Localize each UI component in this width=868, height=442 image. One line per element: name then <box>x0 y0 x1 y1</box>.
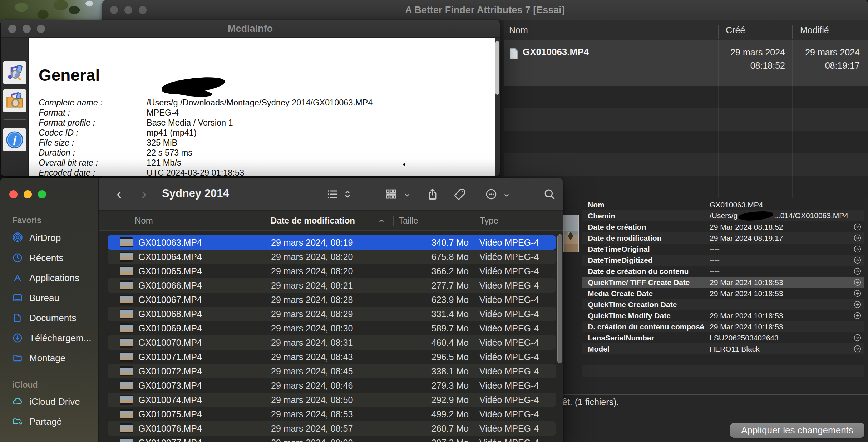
arrow-circle-icon[interactable] <box>853 245 862 253</box>
attribute-row[interactable]: Nom GX010063.MP4 <box>582 199 864 210</box>
col-taille[interactable]: Taille <box>399 216 418 226</box>
scrollbar-thumb[interactable] <box>495 41 499 95</box>
abfa-col-nom[interactable]: Nom <box>509 25 528 35</box>
attribute-row[interactable]: DateTimeDigitized ---- <box>582 255 864 266</box>
open-folder-button[interactable] <box>3 89 26 112</box>
file-row[interactable]: GX010066.MP4 29 mars 2024, 08:21 277.7 M… <box>108 278 556 293</box>
abfa-titlebar[interactable]: A Better Finder Attributes 7 [Essai] <box>102 0 868 20</box>
minimize-button[interactable] <box>24 190 32 198</box>
sidebar-item-partag-[interactable]: Partagé <box>7 412 93 431</box>
group-by-icon[interactable] <box>385 188 398 201</box>
zoom-button[interactable] <box>38 190 46 198</box>
arrow-circle-icon[interactable] <box>853 278 862 286</box>
file-row[interactable]: GX010071.MP4 29 mars 2024, 08:43 296.5 M… <box>108 350 556 364</box>
file-row[interactable]: GX010070.MP4 29 mars 2024, 08:31 460.4 M… <box>108 335 556 350</box>
attribute-row[interactable]: Media Create Date 29 Mar 2024 10:18:53 <box>582 288 864 299</box>
sidebar-item-montage[interactable]: Montage <box>7 349 93 367</box>
sidebar-item-bureau[interactable]: Bureau <box>7 289 93 307</box>
close-button[interactable] <box>9 190 18 198</box>
arrow-circle-icon[interactable] <box>853 289 862 298</box>
file-row[interactable]: GX010068.MP4 29 mars 2024, 08:29 331.4 M… <box>108 307 556 321</box>
abfa-col-cree[interactable]: Créé <box>726 25 745 35</box>
info-button[interactable]: i <box>3 128 26 151</box>
zoom-button[interactable] <box>139 6 147 14</box>
col-type[interactable]: Type <box>480 216 498 226</box>
file-row[interactable]: GX010063.MP4 29 mars 2024, 08:19 340.7 M… <box>108 235 556 250</box>
arrow-circle-icon[interactable] <box>853 311 862 320</box>
file-row[interactable]: GX010069.MP4 29 mars 2024, 08:30 589.7 M… <box>108 321 556 335</box>
attribute-row[interactable]: QuickTime Creation Date ---- <box>582 299 864 310</box>
forward-button[interactable]: › <box>142 186 147 202</box>
file-row[interactable]: GX010072.MP4 29 mars 2024, 08:45 338.1 M… <box>108 364 556 378</box>
attribute-row[interactable]: Date de création du contenu ---- <box>582 266 864 277</box>
arrow-circle-icon[interactable] <box>853 234 862 242</box>
arrow-circle-icon[interactable] <box>853 223 862 231</box>
minimize-button[interactable] <box>124 6 132 14</box>
back-button[interactable]: ‹ <box>117 186 122 202</box>
file-row[interactable]: GX010065.MP4 29 mars 2024, 08:20 366.2 M… <box>108 264 556 278</box>
file-row[interactable]: GX010077.MP4 29 mars 2024, 09:00 297.3 M… <box>108 436 556 442</box>
file-row[interactable]: GX010073.MP4 29 mars 2024, 08:46 279.3 M… <box>108 378 556 393</box>
sidebar-item-icloud-drive[interactable]: iCloud Drive <box>7 392 93 411</box>
mediainfo-titlebar[interactable]: MediaInfo <box>1 20 500 38</box>
sidebar-item-airdrop[interactable]: AirDrop <box>7 229 93 247</box>
grid-line <box>792 40 793 198</box>
attribute-row[interactable]: LensSerialNumber LSU2062503402643 <box>582 332 864 343</box>
close-button[interactable] <box>8 25 16 33</box>
attribute-row[interactable]: QuickTime Modify Date 29 Mar 2024 10:18:… <box>582 310 864 321</box>
list-view-icon[interactable] <box>326 188 339 201</box>
scrollbar-thumb[interactable] <box>557 234 562 363</box>
file-date: 29 mars 2024, 08:50 <box>271 395 353 405</box>
sidebar-item-r-cents[interactable]: Récents <box>7 249 93 267</box>
more-actions-icon[interactable] <box>485 188 498 201</box>
col-nom[interactable]: Nom <box>135 216 153 226</box>
video-thumbnail <box>120 280 133 290</box>
attribute-value: /Users/g...014/GX010063.MP4 <box>710 211 848 220</box>
column-divider[interactable] <box>263 216 263 226</box>
attribute-row[interactable]: Chemin /Users/g...014/GX010063.MP4 <box>582 210 864 221</box>
attribute-row[interactable]: Date de création 29 Mar 2024 08:18:52 <box>582 221 864 232</box>
minimize-button[interactable] <box>23 25 31 33</box>
open-media-file-button[interactable] <box>3 61 26 84</box>
close-button[interactable] <box>110 6 118 14</box>
arrow-circle-icon[interactable] <box>853 256 862 264</box>
chevron-down-icon[interactable] <box>503 191 510 198</box>
column-divider[interactable] <box>393 216 394 226</box>
abfa-col-modifie[interactable]: Modifié <box>800 25 829 35</box>
arrow-circle-icon[interactable] <box>853 300 862 309</box>
sidebar-item-t-l-chargem-[interactable]: Téléchargem... <box>7 329 93 347</box>
attribute-row[interactable]: Model HERO11 Black <box>582 343 864 354</box>
view-toggle-chevrons-icon[interactable] <box>342 188 355 201</box>
file-row[interactable]: GX010075.MP4 29 mars 2024, 08:53 499.2 M… <box>108 407 556 421</box>
file-row[interactable]: GX010064.MP4 29 mars 2024, 08:20 675.8 M… <box>108 250 556 264</box>
apply-changes-button[interactable]: Appliquer les changements <box>730 423 864 438</box>
mediainfo-field-row: Duration :22 s 573 ms <box>39 148 192 158</box>
file-row[interactable]: GX010067.MP4 29 mars 2024, 08:28 623.9 M… <box>108 293 556 307</box>
sidebar-item-label: Récents <box>29 252 63 264</box>
attribute-value: ---- <box>710 256 720 265</box>
attribute-row[interactable]: QuickTime/ TIFF Create Date 29 Mar 2024 … <box>582 277 864 288</box>
arrow-circle-icon[interactable] <box>853 345 862 353</box>
column-divider[interactable] <box>718 25 719 39</box>
chevron-down-icon[interactable] <box>403 191 410 198</box>
file-row[interactable]: GX010076.MP4 29 mars 2024, 08:57 260.7 M… <box>108 421 556 436</box>
tag-icon[interactable] <box>453 188 466 201</box>
file-row[interactable]: GX010074.MP4 29 mars 2024, 08:50 292.9 M… <box>108 393 556 407</box>
file-name: GX010075.MP4 <box>138 409 202 419</box>
column-divider[interactable] <box>466 216 466 226</box>
attribute-row[interactable]: DateTimeOriginal ---- <box>582 244 864 255</box>
abfa-selected-file-row[interactable]: GX010063.MP4 29 mars 2024 08:18:52 29 ma… <box>504 40 868 86</box>
attribute-row[interactable]: Date de modification 29 Mar 2024 08:19:1… <box>582 232 864 244</box>
zoom-button[interactable] <box>37 25 45 33</box>
share-icon[interactable] <box>426 188 439 201</box>
arrow-circle-icon[interactable] <box>853 267 862 275</box>
attribute-row[interactable]: D. création du contenu composé 29 Mar 20… <box>582 321 864 332</box>
search-icon[interactable] <box>543 188 556 201</box>
column-divider[interactable] <box>792 25 793 39</box>
sidebar-item-documents[interactable]: Documents <box>7 309 93 327</box>
document-icon <box>12 313 23 323</box>
col-date-modification[interactable]: Date de modification <box>271 216 355 226</box>
arrow-circle-icon[interactable] <box>853 334 862 342</box>
sidebar-item-applications[interactable]: Applications <box>7 269 93 287</box>
empty-list-row <box>504 108 868 131</box>
